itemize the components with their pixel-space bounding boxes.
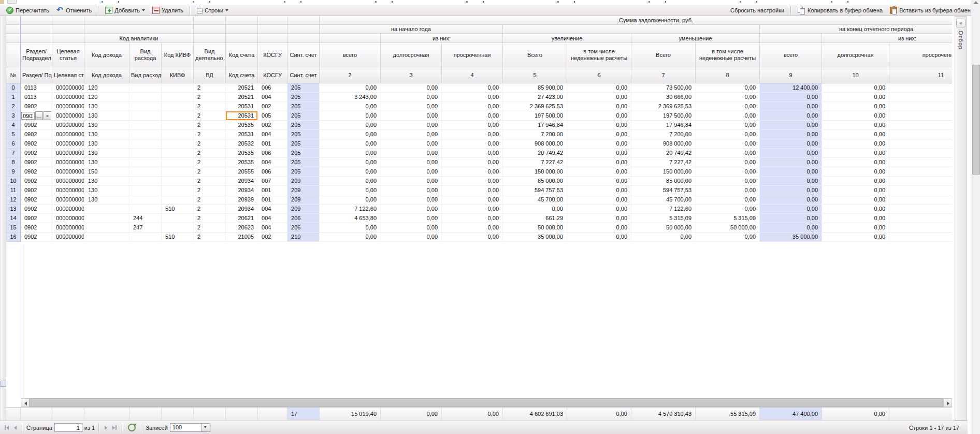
cell[interactable]: 130 bbox=[84, 177, 129, 186]
cell[interactable]: 0,00 bbox=[567, 158, 631, 167]
paste-from-clipboard-button[interactable]: Вставить из буфера обмена bbox=[887, 5, 977, 16]
row-number[interactable]: 11 bbox=[6, 186, 21, 195]
scroll-left-arrow[interactable] bbox=[21, 398, 30, 407]
table-row[interactable]: 15090200000000002472206230042060,000,000… bbox=[6, 223, 952, 233]
row-number[interactable]: 4 bbox=[6, 121, 21, 130]
cell[interactable]: 2 bbox=[194, 214, 226, 223]
cell[interactable]: 004 bbox=[258, 158, 287, 167]
cell[interactable]: 7 227,42 bbox=[503, 158, 567, 167]
cell[interactable]: 0000000000 bbox=[52, 223, 84, 233]
cell[interactable]: 7 227,42 bbox=[631, 158, 696, 167]
column-header[interactable]: Вид расхода bbox=[129, 43, 162, 67]
cell[interactable]: 594 757,53 bbox=[631, 186, 696, 195]
cell[interactable]: 0,00 bbox=[567, 223, 631, 233]
cell[interactable]: 0,00 bbox=[320, 83, 381, 93]
cell[interactable] bbox=[129, 233, 162, 242]
cell[interactable]: 120 bbox=[84, 83, 129, 93]
next-page-button[interactable] bbox=[103, 424, 109, 431]
cell[interactable]: 0,00 bbox=[381, 149, 442, 158]
cell[interactable]: 002 bbox=[258, 121, 287, 130]
cell[interactable]: 209 bbox=[287, 177, 320, 186]
cell[interactable]: 0,00 bbox=[760, 214, 822, 223]
cell[interactable]: 150 000,00 bbox=[631, 167, 696, 177]
cell[interactable] bbox=[162, 149, 194, 158]
scroll-up-arrow[interactable] bbox=[973, 1, 978, 4]
cell[interactable]: 0,00 bbox=[696, 111, 760, 121]
cell[interactable]: 130 bbox=[84, 158, 129, 167]
page-number-input[interactable] bbox=[54, 423, 82, 432]
cell[interactable]: 0,00 bbox=[822, 158, 889, 167]
table-row[interactable]: 16090200000000005102210050022100,000,000… bbox=[6, 233, 952, 242]
table-row[interactable]: 4090200000000001302205350022050,000,000,… bbox=[6, 121, 952, 130]
cell[interactable]: 205 bbox=[287, 93, 320, 102]
row-number[interactable]: 6 bbox=[6, 139, 21, 149]
cell[interactable]: 0,00 bbox=[320, 139, 381, 149]
cell[interactable] bbox=[162, 121, 194, 130]
cell[interactable]: 85 900,00 bbox=[503, 83, 567, 93]
cell[interactable]: 0,00 bbox=[822, 177, 889, 186]
column-header[interactable]: ВД bbox=[194, 67, 226, 83]
page-size-combo[interactable]: 100 bbox=[170, 423, 210, 432]
cell[interactable]: 0,00 bbox=[760, 130, 822, 139]
cell[interactable]: 0,00 bbox=[696, 195, 760, 205]
cell[interactable]: 35 000,00 bbox=[760, 233, 822, 242]
cell[interactable]: 7 122,60 bbox=[631, 205, 696, 214]
cell[interactable]: 7 200,00 bbox=[631, 130, 696, 139]
cell[interactable]: 0,00 bbox=[442, 195, 503, 205]
cell[interactable]: 0000000000 bbox=[52, 195, 84, 205]
cell[interactable]: 0,00 bbox=[631, 233, 696, 242]
column-header[interactable]: Код дохода bbox=[84, 43, 129, 67]
cell[interactable]: 0,00 bbox=[442, 177, 503, 186]
column-header[interactable]: 5 bbox=[503, 67, 567, 83]
cell[interactable] bbox=[162, 195, 194, 205]
cell[interactable]: 0,00 bbox=[381, 83, 442, 93]
column-header[interactable]: 6 bbox=[567, 67, 631, 83]
cell[interactable]: 20934 bbox=[226, 205, 258, 214]
cell[interactable]: 2 bbox=[194, 195, 226, 205]
cancel-button[interactable]: Отменить bbox=[53, 5, 95, 16]
table-row[interactable]: 13090200000000005102209340042097 122,600… bbox=[6, 205, 952, 214]
cell[interactable]: 45 700,00 bbox=[631, 195, 696, 205]
column-header[interactable]: Код счета bbox=[226, 67, 258, 83]
cell[interactable]: 0,00 bbox=[696, 167, 760, 177]
cell[interactable]: 2 bbox=[194, 93, 226, 102]
cell[interactable] bbox=[162, 186, 194, 195]
cell[interactable] bbox=[162, 102, 194, 111]
cell[interactable]: 0,00 bbox=[381, 139, 442, 149]
cell[interactable]: 0902 bbox=[21, 233, 52, 242]
cell[interactable]: 0,00 bbox=[320, 177, 381, 186]
cell[interactable]: 0,00 bbox=[381, 186, 442, 195]
cell[interactable]: 73 500,00 bbox=[631, 83, 696, 93]
cell[interactable]: 20623 bbox=[226, 223, 258, 233]
first-page-button[interactable] bbox=[3, 424, 10, 431]
table-row[interactable]: 12090200000000001302209390012090,000,000… bbox=[6, 195, 952, 205]
table-row[interactable]: 2090200000000001302205310022050,000,000,… bbox=[6, 102, 952, 111]
cell[interactable]: 0,00 bbox=[320, 186, 381, 195]
cell[interactable]: 197 500,00 bbox=[631, 111, 696, 121]
column-header[interactable]: в том числе неденежные расчеты bbox=[567, 43, 631, 67]
cell[interactable]: 20535 bbox=[226, 158, 258, 167]
expand-filter-button[interactable]: « bbox=[956, 19, 965, 27]
column-header[interactable]: 11 bbox=[889, 67, 952, 83]
cell[interactable]: 0,00 bbox=[567, 121, 631, 130]
cell[interactable]: 510 bbox=[162, 233, 194, 242]
cell[interactable]: 0,00 bbox=[696, 158, 760, 167]
column-header[interactable]: Всего bbox=[503, 43, 567, 67]
cell[interactable]: 0,00 bbox=[381, 111, 442, 121]
cell[interactable]: 0,00 bbox=[822, 139, 889, 149]
cell[interactable]: 0,00 bbox=[381, 121, 442, 130]
cell[interactable]: 30 666,00 bbox=[631, 93, 696, 102]
cell[interactable]: 20939 bbox=[226, 195, 258, 205]
copy-to-clipboard-button[interactable]: Копировать в буфер обмена bbox=[795, 5, 886, 16]
cell[interactable]: 0,00 bbox=[760, 167, 822, 177]
cell[interactable]: 0,00 bbox=[822, 111, 889, 121]
cell[interactable]: …× bbox=[21, 111, 52, 121]
cell[interactable]: 210 bbox=[287, 233, 320, 242]
cell[interactable]: 0113 bbox=[21, 93, 52, 102]
cell[interactable]: 20 749,42 bbox=[631, 149, 696, 158]
cell[interactable]: 2 bbox=[194, 130, 226, 139]
cell[interactable]: 0,00 bbox=[696, 205, 760, 214]
cell[interactable] bbox=[129, 205, 162, 214]
cell[interactable]: 0,00 bbox=[320, 223, 381, 233]
cell[interactable]: 001 bbox=[258, 186, 287, 195]
